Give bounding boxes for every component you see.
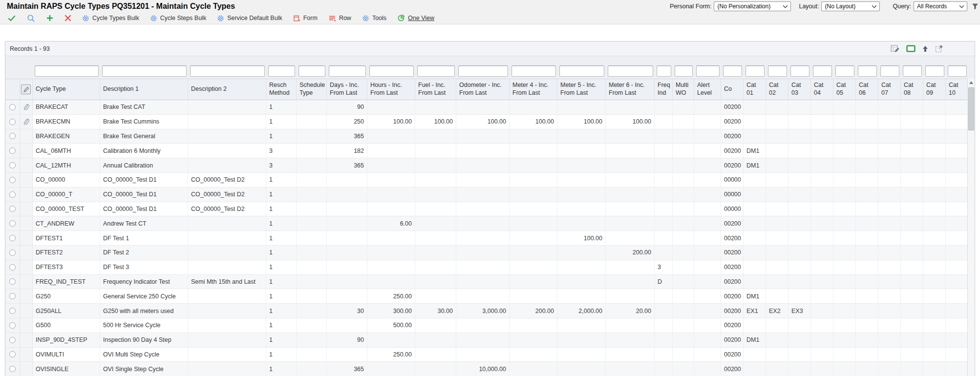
- column-header-sched[interactable]: Schedule Type: [297, 79, 327, 100]
- table-row[interactable]: DFTEST2DF Test 21200.0000200: [5, 246, 975, 260]
- paperclip-icon[interactable]: [23, 118, 29, 125]
- column-header-alert[interactable]: Alert Level: [694, 79, 721, 100]
- filter-input-cat04[interactable]: [813, 65, 832, 77]
- find-button[interactable]: [21, 12, 41, 24]
- table-row[interactable]: G500500 Hr Service Cycle1500.0000200: [5, 318, 975, 333]
- table-row[interactable]: G250ALLG250 with all meters used130300.0…: [5, 304, 975, 318]
- paperclip-icon[interactable]: [23, 103, 29, 111]
- table-row[interactable]: CO_00000CO_00000_Test D1CO_00000_Test D2…: [5, 173, 975, 188]
- filter-input-cat07[interactable]: [880, 65, 899, 77]
- scrollbar-thumb[interactable]: [968, 87, 974, 130]
- delete-button[interactable]: [59, 12, 77, 24]
- filter-input-cat10[interactable]: [948, 65, 967, 77]
- add-button[interactable]: [41, 12, 59, 24]
- table-row[interactable]: CT_ANDREWAndrew Test CT16.0000200: [5, 216, 975, 231]
- vertical-scrollbar[interactable]: [967, 79, 975, 376]
- query-filter-icon[interactable]: [972, 3, 979, 10]
- one-view-button[interactable]: One View: [392, 12, 440, 24]
- table-row[interactable]: DFTEST3DF Test 31300200: [5, 260, 975, 275]
- column-header-cat01[interactable]: Cat 01: [744, 79, 766, 100]
- row-select-radio[interactable]: [9, 351, 16, 357]
- export-grid-icon[interactable]: [906, 45, 916, 52]
- row-select-radio[interactable]: [9, 322, 16, 329]
- row-select-radio[interactable]: [9, 278, 16, 285]
- column-header-cat08[interactable]: Cat 08: [901, 79, 923, 100]
- filter-input-cat09[interactable]: [925, 65, 944, 77]
- column-header-resch[interactable]: Resch Method: [266, 79, 297, 100]
- table-row[interactable]: CO_00000_TESTCO_00000_Test D1CO_00000_Te…: [5, 202, 975, 217]
- table-row[interactable]: G250General Service 250 Cycle1250.000020…: [5, 289, 975, 304]
- column-header-co[interactable]: Co: [721, 79, 744, 100]
- filter-input-resch[interactable]: [268, 65, 295, 77]
- column-header-desc1[interactable]: Description 1: [100, 79, 188, 100]
- row-menu-button[interactable]: Row: [323, 12, 357, 24]
- row-select-radio[interactable]: [9, 308, 16, 314]
- row-select-radio[interactable]: [9, 235, 16, 241]
- column-header-cat07[interactable]: Cat 07: [878, 79, 901, 100]
- filter-input-desc2[interactable]: [190, 65, 265, 77]
- table-row[interactable]: INSP_90D_4STEPInspection 90 Day 4 Step19…: [5, 333, 975, 348]
- filter-input-alert[interactable]: [696, 65, 720, 77]
- form-menu-button[interactable]: Form: [288, 12, 323, 24]
- filter-input-cat01[interactable]: [746, 65, 765, 77]
- column-header-meter6[interactable]: Meter 6 - Inc. From Last: [606, 79, 655, 100]
- column-header-cycle_type[interactable]: Cycle Type: [33, 79, 100, 100]
- table-row[interactable]: FREQ_IND_TESTFrequency Indicator TestSem…: [5, 275, 975, 290]
- column-header-cat03[interactable]: Cat 03: [788, 79, 811, 100]
- column-header-cat05[interactable]: Cat 05: [833, 79, 856, 100]
- row-select-radio[interactable]: [9, 337, 16, 343]
- customize-grid-icon[interactable]: [891, 44, 900, 53]
- column-header-fuel[interactable]: Fuel - Inc. From Last: [415, 79, 456, 100]
- column-header-cat09[interactable]: Cat 09: [923, 79, 946, 100]
- column-header-meter4[interactable]: Meter 4 - Inc. From Last: [510, 79, 557, 100]
- row-select-radio[interactable]: [9, 220, 16, 227]
- scroll-up-button[interactable]: [968, 79, 975, 86]
- filter-input-cat05[interactable]: [835, 65, 854, 77]
- row-select-radio[interactable]: [9, 206, 16, 212]
- filter-input-sched[interactable]: [298, 65, 325, 77]
- filter-input-odometer[interactable]: [458, 65, 508, 77]
- maximize-grid-icon[interactable]: [935, 45, 943, 53]
- table-row[interactable]: OVISINGLEOVI Single Step Cycle136510,000…: [5, 362, 975, 376]
- row-select-radio[interactable]: [9, 162, 16, 168]
- row-select-radio[interactable]: [9, 250, 16, 256]
- layout-select[interactable]: (No Layout): [821, 1, 880, 11]
- table-row[interactable]: OVIMULTIOVI Multi Step Cycle1250.0000200: [5, 348, 975, 362]
- column-header-cat04[interactable]: Cat 04: [811, 79, 833, 100]
- filter-input-co[interactable]: [723, 65, 742, 77]
- row-select-radio[interactable]: [9, 264, 16, 271]
- row-select-radio[interactable]: [9, 177, 16, 183]
- service-default-bulk-button[interactable]: Service Default Bulk: [212, 12, 288, 24]
- filter-input-meter6[interactable]: [608, 65, 653, 77]
- filter-input-meter5[interactable]: [559, 65, 604, 77]
- table-row[interactable]: BRAKEGENBrake Test General136500200: [5, 129, 975, 144]
- row-select-radio[interactable]: [9, 366, 16, 372]
- filter-input-fuel[interactable]: [417, 65, 455, 77]
- row-select-radio[interactable]: [9, 147, 16, 154]
- column-header-freq[interactable]: Freq Ind: [655, 79, 673, 100]
- filter-input-hours[interactable]: [369, 65, 414, 77]
- filter-input-cat02[interactable]: [768, 65, 787, 77]
- filter-input-cycle_type[interactable]: [35, 65, 99, 77]
- confirm-button[interactable]: [2, 12, 21, 24]
- filter-input-multi_wo[interactable]: [675, 65, 693, 77]
- cycle-steps-bulk-button[interactable]: Cycle Steps Bulk: [145, 12, 212, 24]
- column-header-hours[interactable]: Hours - Inc. From Last: [367, 79, 415, 100]
- filter-input-cat06[interactable]: [858, 65, 877, 77]
- table-row[interactable]: BRAKECATBrake Test CAT19000200: [5, 100, 975, 115]
- row-select-radio[interactable]: [9, 104, 16, 110]
- filter-input-meter4[interactable]: [511, 65, 556, 77]
- personal-form-select[interactable]: (No Personalization): [714, 1, 791, 11]
- column-header-desc2[interactable]: Description 2: [188, 79, 266, 100]
- column-header-multi_wo[interactable]: Multi WO: [673, 79, 694, 100]
- column-header-days[interactable]: Days - Inc. From Last: [327, 79, 367, 100]
- column-header-cat10[interactable]: Cat 10: [946, 79, 968, 100]
- table-row[interactable]: CAL_12MTHAnnual Calibration336500200DM1: [5, 158, 975, 173]
- filter-input-freq[interactable]: [657, 65, 671, 77]
- column-header-cat02[interactable]: Cat 02: [766, 79, 788, 100]
- row-select-radio[interactable]: [9, 133, 16, 139]
- table-row[interactable]: DFTEST1DF Test 11100.0000200: [5, 231, 975, 246]
- filter-input-days[interactable]: [329, 65, 366, 77]
- table-row[interactable]: BRAKECMNBrake Test Cummins1250100.00100.…: [5, 115, 975, 129]
- import-grid-icon[interactable]: [922, 45, 929, 52]
